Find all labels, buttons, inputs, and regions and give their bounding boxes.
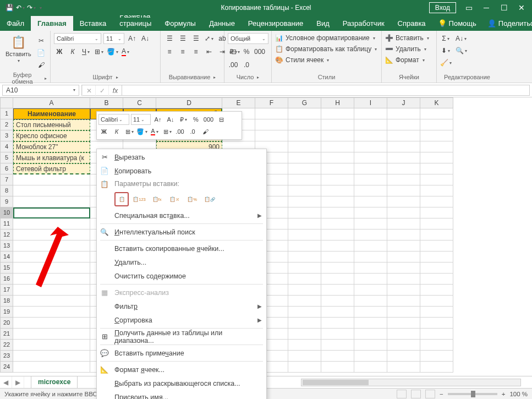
page-layout-view-icon[interactable] <box>411 390 421 398</box>
currency-icon[interactable]: ₽▾ <box>228 46 239 57</box>
format-as-table-button[interactable]: 📋 Форматировать как таблицу▾ <box>275 44 377 54</box>
zoom-slider[interactable] <box>448 393 497 395</box>
row-6[interactable]: 6 <box>0 163 13 174</box>
row-20[interactable]: 20 <box>0 318 13 329</box>
row-18[interactable]: 18 <box>0 296 13 307</box>
align-center-icon[interactable]: ≡ <box>177 46 188 57</box>
save-icon[interactable]: 💾 <box>6 4 13 12</box>
ribbon-options-icon[interactable]: ▭ <box>464 3 474 13</box>
border-icon[interactable]: ⊞▾ <box>94 46 105 57</box>
ctx-paste-special[interactable]: Специальная вставка...▶ <box>97 209 266 222</box>
cell-styles-button[interactable]: 🎨 Стили ячеек▾ <box>275 55 329 65</box>
paste-all-icon[interactable]: 📋 <box>114 192 129 206</box>
paste-link-icon[interactable]: 📋🔗 <box>202 192 217 206</box>
tab-home[interactable]: Главная <box>31 16 73 31</box>
ctx-format-cells[interactable]: 📐Формат ячеек... <box>97 363 266 376</box>
row-3[interactable]: 3 <box>0 130 13 141</box>
decrease-font-icon[interactable]: A↓ <box>140 33 151 44</box>
row-23[interactable]: 23 <box>0 351 13 362</box>
copy-icon[interactable]: 📄 <box>36 47 47 58</box>
mini-decrease-decimal-icon[interactable]: .0 <box>187 126 198 137</box>
row-1[interactable]: 1 <box>0 108 13 119</box>
zoom-out-icon[interactable]: − <box>440 391 443 397</box>
mini-fill-color-icon[interactable]: 🪣▾ <box>136 126 147 137</box>
decrease-indent-icon[interactable]: ⇤ <box>204 46 215 57</box>
mini-italic-button[interactable]: К <box>111 126 122 137</box>
comma-icon[interactable]: 000 <box>254 46 265 57</box>
row-22[interactable]: 22 <box>0 340 13 351</box>
normal-view-icon[interactable] <box>397 390 407 398</box>
col-I[interactable]: I <box>354 97 387 108</box>
mini-font-size[interactable]: 11 ⌄ <box>131 114 151 125</box>
tab-developer[interactable]: Разработчик <box>336 16 391 31</box>
paste-values-icon[interactable]: 📋123 <box>132 192 146 206</box>
mini-format-painter2-icon[interactable]: 🖌 <box>200 126 211 137</box>
clear-icon[interactable]: 🧹▾ <box>440 57 451 68</box>
col-E[interactable]: E <box>222 97 255 108</box>
mini-percent-icon[interactable]: % <box>190 114 201 125</box>
underline-button[interactable]: Ч▾ <box>80 46 91 57</box>
row-17[interactable]: 17 <box>0 285 13 296</box>
delete-cells-button[interactable]: ➖ Удалить▾ <box>385 44 426 54</box>
ctx-sort[interactable]: Сортировка▶ <box>97 313 266 327</box>
ctx-get-data[interactable]: ⊞Получить данные из таблицы или диапазон… <box>97 330 266 343</box>
mini-font-color-icon[interactable]: A▾ <box>149 126 160 137</box>
page-break-view-icon[interactable] <box>425 390 435 398</box>
sheet-nav-next[interactable]: ▶ <box>12 376 24 389</box>
row-16[interactable]: 16 <box>0 274 13 285</box>
tab-file[interactable]: Файл <box>0 16 31 31</box>
cancel-formula-icon[interactable]: ✕ <box>82 85 95 96</box>
autosum-icon[interactable]: Σ▾ <box>440 33 451 44</box>
ctx-delete[interactable]: Удалить... <box>97 255 266 269</box>
sort-filter-icon[interactable]: A↓▾ <box>453 33 469 44</box>
sheet-tab-1[interactable]: microexce <box>31 376 78 389</box>
cell-A5[interactable]: Мышь и клавиатура (к <box>13 152 90 163</box>
signin-button[interactable]: Вход <box>429 2 456 13</box>
format-painter-icon[interactable]: 🖌 <box>36 59 47 70</box>
font-size[interactable]: 11 ⌄ <box>103 33 124 44</box>
row-14[interactable]: 14 <box>0 252 13 263</box>
paste-transpose-icon[interactable]: 📋⤭ <box>167 192 182 206</box>
name-box[interactable]: A10▾ <box>2 85 79 96</box>
row-13[interactable]: 13 <box>0 241 13 252</box>
zoom-in-icon[interactable]: + <box>502 391 506 397</box>
ctx-clear[interactable]: Очистить содержимое <box>97 269 266 283</box>
enter-formula-icon[interactable]: ✓ <box>95 85 108 96</box>
col-G[interactable]: G <box>288 97 321 108</box>
paste-formatting-icon[interactable]: 📋% <box>185 192 199 206</box>
row-7[interactable]: 7 <box>0 174 13 185</box>
align-middle-icon[interactable]: ☰ <box>177 33 188 44</box>
mini-currency-icon[interactable]: ₽▾ <box>178 114 189 125</box>
row-4[interactable]: 4 <box>0 141 13 152</box>
minimize-icon[interactable]: ─ <box>481 3 491 13</box>
paste-formulas-icon[interactable]: 📋fx <box>150 192 164 206</box>
col-A[interactable]: A <box>13 97 90 108</box>
undo-icon[interactable]: ↶▾ <box>17 4 24 12</box>
row-8[interactable]: 8 <box>0 185 13 196</box>
col-H[interactable]: H <box>321 97 354 108</box>
font-color-icon[interactable]: A▾ <box>120 46 131 57</box>
qat-customize[interactable]: ▾ <box>40 6 42 10</box>
tab-view[interactable]: Вид <box>310 16 336 31</box>
row-19[interactable]: 19 <box>0 307 13 318</box>
bold-button[interactable]: Ж <box>54 46 65 57</box>
cell-A3[interactable]: Кресло офисное <box>13 130 90 141</box>
row-9[interactable]: 9 <box>0 196 13 207</box>
row-5[interactable]: 5 <box>0 152 13 163</box>
fill-color-icon[interactable]: 🪣▾ <box>107 46 118 57</box>
row-10[interactable]: 10 <box>0 207 13 218</box>
tab-formulas[interactable]: Формулы <box>158 16 202 31</box>
conditional-formatting-button[interactable]: 📊 Условное форматирование▾ <box>275 33 375 43</box>
maximize-icon[interactable]: ☐ <box>499 3 509 13</box>
row-15[interactable]: 15 <box>0 263 13 274</box>
col-B[interactable]: B <box>90 97 123 108</box>
font-name[interactable]: Calibri ⌄ <box>54 33 101 44</box>
ctx-insert-copied[interactable]: Вставить скопированные ячейки... <box>97 242 266 255</box>
cell-A4[interactable]: Моноблок 27" <box>13 141 90 152</box>
decrease-decimal-icon[interactable]: .0 <box>241 59 252 70</box>
ctx-copy[interactable]: 📄Копировать <box>97 164 266 178</box>
sheet-nav-prev[interactable]: ◀ <box>0 376 12 389</box>
insert-cells-button[interactable]: ➕ Вставить▾ <box>385 33 429 43</box>
col-K[interactable]: K <box>420 97 453 108</box>
increase-font-icon[interactable]: A↑ <box>127 33 138 44</box>
